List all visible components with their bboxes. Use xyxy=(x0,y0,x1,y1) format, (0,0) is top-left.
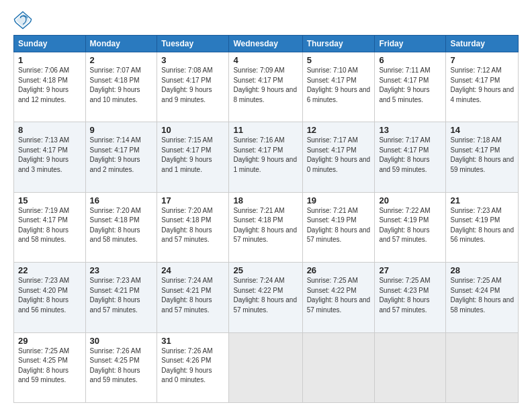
calendar-cell: 7 Sunrise: 7:12 AM Sunset: 4:17 PM Dayli… xyxy=(446,52,519,122)
calendar-cell: 12 Sunrise: 7:17 AM Sunset: 4:17 PM Dayl… xyxy=(302,122,375,192)
calendar-cell: 10 Sunrise: 7:15 AM Sunset: 4:17 PM Dayl… xyxy=(157,122,229,192)
day-of-week-header: Monday xyxy=(85,36,157,52)
day-info: Sunrise: 7:16 AM Sunset: 4:17 PM Dayligh… xyxy=(233,136,298,175)
day-info: Sunrise: 7:18 AM Sunset: 4:17 PM Dayligh… xyxy=(450,136,514,175)
calendar-cell: 23 Sunrise: 7:23 AM Sunset: 4:21 PM Dayl… xyxy=(85,263,157,332)
day-number: 4 xyxy=(233,55,298,65)
day-info: Sunrise: 7:21 AM Sunset: 4:18 PM Dayligh… xyxy=(233,206,298,245)
day-info: Sunrise: 7:12 AM Sunset: 4:17 PM Dayligh… xyxy=(450,66,514,105)
calendar-cell: 16 Sunrise: 7:20 AM Sunset: 4:18 PM Dayl… xyxy=(85,192,157,262)
day-number: 7 xyxy=(450,55,514,65)
day-number: 20 xyxy=(379,195,441,205)
calendar-cell: 8 Sunrise: 7:13 AM Sunset: 4:17 PM Dayli… xyxy=(14,122,86,192)
day-info: Sunrise: 7:26 AM Sunset: 4:26 PM Dayligh… xyxy=(161,347,224,385)
calendar-cell: 11 Sunrise: 7:16 AM Sunset: 4:17 PM Dayl… xyxy=(229,122,302,192)
day-info: Sunrise: 7:06 AM Sunset: 4:18 PM Dayligh… xyxy=(18,66,81,105)
day-info: Sunrise: 7:23 AM Sunset: 4:21 PM Dayligh… xyxy=(90,276,153,315)
logo-icon xyxy=(13,11,32,30)
day-number: 10 xyxy=(161,125,224,135)
day-number: 23 xyxy=(90,265,153,275)
day-number: 17 xyxy=(161,195,224,205)
header xyxy=(13,11,519,30)
day-number: 30 xyxy=(90,336,153,346)
day-info: Sunrise: 7:17 AM Sunset: 4:17 PM Dayligh… xyxy=(379,136,441,175)
day-info: Sunrise: 7:20 AM Sunset: 4:18 PM Dayligh… xyxy=(161,206,224,245)
calendar-cell: 26 Sunrise: 7:25 AM Sunset: 4:22 PM Dayl… xyxy=(302,263,375,332)
calendar-cell: 15 Sunrise: 7:19 AM Sunset: 4:17 PM Dayl… xyxy=(14,192,86,262)
day-info: Sunrise: 7:14 AM Sunset: 4:17 PM Dayligh… xyxy=(90,136,153,175)
day-info: Sunrise: 7:17 AM Sunset: 4:17 PM Dayligh… xyxy=(307,136,371,175)
day-of-week-header: Thursday xyxy=(302,36,375,52)
calendar-cell: 5 Sunrise: 7:10 AM Sunset: 4:17 PM Dayli… xyxy=(302,52,375,122)
day-number: 2 xyxy=(90,55,153,65)
calendar-cell: 22 Sunrise: 7:23 AM Sunset: 4:20 PM Dayl… xyxy=(14,263,86,332)
calendar-cell: 18 Sunrise: 7:21 AM Sunset: 4:18 PM Dayl… xyxy=(229,192,302,262)
day-number: 24 xyxy=(161,265,224,275)
calendar-cell: 2 Sunrise: 7:07 AM Sunset: 4:18 PM Dayli… xyxy=(85,52,157,122)
day-info: Sunrise: 7:07 AM Sunset: 4:18 PM Dayligh… xyxy=(90,66,153,105)
calendar-cell: 14 Sunrise: 7:18 AM Sunset: 4:17 PM Dayl… xyxy=(446,122,519,192)
calendar-week-row: 8 Sunrise: 7:13 AM Sunset: 4:17 PM Dayli… xyxy=(14,122,519,192)
calendar-cell: 4 Sunrise: 7:09 AM Sunset: 4:17 PM Dayli… xyxy=(229,52,302,122)
day-of-week-header: Tuesday xyxy=(157,36,229,52)
calendar-cell: 28 Sunrise: 7:25 AM Sunset: 4:24 PM Dayl… xyxy=(446,263,519,332)
day-number: 5 xyxy=(307,55,371,65)
calendar-cell: 1 Sunrise: 7:06 AM Sunset: 4:18 PM Dayli… xyxy=(14,52,86,122)
calendar-week-row: 29 Sunrise: 7:25 AM Sunset: 4:25 PM Dayl… xyxy=(14,332,519,402)
calendar-cell: 30 Sunrise: 7:26 AM Sunset: 4:25 PM Dayl… xyxy=(85,332,157,402)
day-number: 8 xyxy=(18,125,81,135)
day-number: 11 xyxy=(233,125,298,135)
day-of-week-header: Sunday xyxy=(14,36,86,52)
calendar-cell: 17 Sunrise: 7:20 AM Sunset: 4:18 PM Dayl… xyxy=(157,192,229,262)
day-number: 25 xyxy=(233,265,298,275)
day-number: 14 xyxy=(450,125,514,135)
calendar-cell xyxy=(302,332,375,402)
day-info: Sunrise: 7:23 AM Sunset: 4:19 PM Dayligh… xyxy=(450,206,514,245)
day-info: Sunrise: 7:20 AM Sunset: 4:18 PM Dayligh… xyxy=(90,206,153,245)
calendar-cell: 27 Sunrise: 7:25 AM Sunset: 4:23 PM Dayl… xyxy=(375,263,446,332)
day-info: Sunrise: 7:15 AM Sunset: 4:17 PM Dayligh… xyxy=(161,136,224,175)
day-number: 13 xyxy=(379,125,441,135)
page: SundayMondayTuesdayWednesdayThursdayFrid… xyxy=(0,0,532,411)
day-number: 16 xyxy=(90,195,153,205)
calendar-cell: 20 Sunrise: 7:22 AM Sunset: 4:19 PM Dayl… xyxy=(375,192,446,262)
day-info: Sunrise: 7:24 AM Sunset: 4:21 PM Dayligh… xyxy=(161,276,224,315)
calendar-cell xyxy=(446,332,519,402)
day-info: Sunrise: 7:21 AM Sunset: 4:19 PM Dayligh… xyxy=(307,206,371,245)
day-info: Sunrise: 7:19 AM Sunset: 4:17 PM Dayligh… xyxy=(18,206,81,245)
day-number: 15 xyxy=(18,195,81,205)
calendar-cell: 13 Sunrise: 7:17 AM Sunset: 4:17 PM Dayl… xyxy=(375,122,446,192)
day-of-week-header: Saturday xyxy=(446,36,519,52)
calendar-cell: 9 Sunrise: 7:14 AM Sunset: 4:17 PM Dayli… xyxy=(85,122,157,192)
day-number: 31 xyxy=(161,336,224,346)
day-number: 18 xyxy=(233,195,298,205)
day-info: Sunrise: 7:23 AM Sunset: 4:20 PM Dayligh… xyxy=(18,276,81,315)
calendar-cell xyxy=(229,332,302,402)
calendar-cell: 29 Sunrise: 7:25 AM Sunset: 4:25 PM Dayl… xyxy=(14,332,86,402)
calendar-table: SundayMondayTuesdayWednesdayThursdayFrid… xyxy=(13,35,519,403)
day-info: Sunrise: 7:13 AM Sunset: 4:17 PM Dayligh… xyxy=(18,136,81,175)
day-info: Sunrise: 7:25 AM Sunset: 4:23 PM Dayligh… xyxy=(379,276,441,315)
day-number: 29 xyxy=(18,336,81,346)
calendar-week-row: 22 Sunrise: 7:23 AM Sunset: 4:20 PM Dayl… xyxy=(14,263,519,332)
day-info: Sunrise: 7:09 AM Sunset: 4:17 PM Dayligh… xyxy=(233,66,298,105)
day-info: Sunrise: 7:08 AM Sunset: 4:17 PM Dayligh… xyxy=(161,66,224,105)
day-number: 19 xyxy=(307,195,371,205)
day-number: 9 xyxy=(90,125,153,135)
day-number: 21 xyxy=(450,195,514,205)
day-number: 22 xyxy=(18,265,81,275)
calendar-cell: 31 Sunrise: 7:26 AM Sunset: 4:26 PM Dayl… xyxy=(157,332,229,402)
day-number: 1 xyxy=(18,55,81,65)
day-number: 28 xyxy=(450,265,514,275)
day-info: Sunrise: 7:11 AM Sunset: 4:17 PM Dayligh… xyxy=(379,66,441,105)
day-info: Sunrise: 7:24 AM Sunset: 4:22 PM Dayligh… xyxy=(233,276,298,315)
calendar-cell xyxy=(375,332,446,402)
day-number: 3 xyxy=(161,55,224,65)
day-number: 26 xyxy=(307,265,371,275)
calendar-cell: 24 Sunrise: 7:24 AM Sunset: 4:21 PM Dayl… xyxy=(157,263,229,332)
calendar-cell: 6 Sunrise: 7:11 AM Sunset: 4:17 PM Dayli… xyxy=(375,52,446,122)
day-number: 6 xyxy=(379,55,441,65)
logo xyxy=(13,11,35,30)
calendar-cell: 21 Sunrise: 7:23 AM Sunset: 4:19 PM Dayl… xyxy=(446,192,519,262)
day-of-week-header: Wednesday xyxy=(229,36,302,52)
